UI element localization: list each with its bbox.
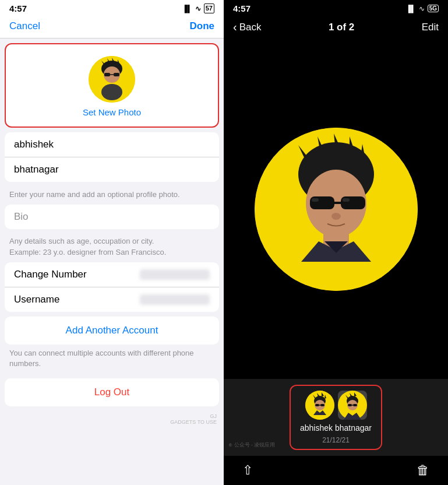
profile-photo-section: Set New Photo [5,43,219,128]
change-number-row[interactable]: Change Number [5,262,219,287]
photo-title: 1 of 2 [329,22,354,33]
status-icons-right: ▐▌ ∿ 5G [406,5,439,13]
svg-rect-24 [343,198,350,202]
username-label: Username [14,294,59,305]
status-bar-right: 4:57 ▐▌ ∿ 5G [224,0,448,16]
time-left: 4:57 [9,3,27,13]
set-new-photo-button[interactable]: Set New Photo [83,107,141,117]
svg-point-10 [101,84,122,100]
logout-button[interactable]: Log Out [94,386,130,398]
thumbnail-photo [338,391,367,420]
signal-icon-right: ▐▌ [406,5,416,13]
wifi-icon: ∿ [195,5,201,13]
time-right: 4:57 [233,3,251,13]
thumbnail-date: 21/12/21 [322,436,350,444]
nav-bar-left: Cancel Done [0,16,224,38]
thumbnail-images [305,391,367,420]
logout-section: Log Out [5,378,219,406]
thumbnail-frame: abhishek bhatnagar 21/12/21 [290,385,382,450]
add-account-helper: You can connect multiple accounts with d… [0,347,224,374]
signal-icon: ▐▌ [182,5,192,13]
first-name-field[interactable]: abhishek [5,132,219,157]
phone-number-value [140,269,210,280]
bio-field[interactable]: Bio [14,211,210,223]
wifi-icon-right: ∿ [419,5,425,13]
5g-badge: 5G [428,5,439,12]
svg-rect-43 [348,404,352,406]
svg-rect-34 [320,404,324,406]
info-section: Change Number Username [5,262,219,312]
avatar[interactable] [89,56,135,103]
svg-rect-33 [315,404,319,406]
name-form-section: abhishek bhatnagar [5,132,219,182]
photo-nav-bar: ‹ Back 1 of 2 Edit [224,16,448,40]
change-number-label: Change Number [14,269,87,280]
chevron-left-icon: ‹ [233,20,237,34]
svg-rect-8 [114,73,119,76]
bottom-toolbar: ⇧ 🗑 [224,456,448,485]
add-account-button[interactable]: Add Another Account [66,325,158,336]
add-account-section: Add Another Account [5,317,219,345]
svg-point-25 [331,213,341,220]
done-button[interactable]: Done [190,20,215,32]
watermark-left: GJGADGETS TO USE [0,411,224,427]
back-label: Back [239,22,262,33]
bio-section: Bio [5,205,219,229]
username-row[interactable]: Username [5,287,219,312]
last-name-field[interactable]: bhatnagar [5,157,219,182]
battery-icon: 57 [204,3,214,13]
share-icon[interactable]: ⇧ [242,463,253,478]
left-panel: 4:57 ▐▌ ∿ 57 Cancel Done [0,0,224,485]
name-helper-text: Enter your name and add an optional prof… [0,187,224,205]
edit-button[interactable]: Edit [422,22,439,33]
status-bar-left: 4:57 ▐▌ ∿ 57 [0,0,224,16]
right-panel: 4:57 ▐▌ ∿ 5G ‹ Back 1 of 2 Edit [224,0,448,485]
cancel-button[interactable]: Cancel [9,20,40,32]
thumbnail-name: abhishek bhatnagar [300,423,372,433]
wechat-watermark: ⊕ 公众号 - 凌锐应用 [228,441,276,449]
profile-photo-large [255,128,418,291]
main-photo-area [224,40,448,379]
thumbnail-circle [305,391,334,420]
svg-rect-23 [312,198,319,202]
svg-rect-44 [353,404,357,406]
trash-icon[interactable]: 🗑 [417,463,429,478]
svg-rect-7 [104,73,110,76]
back-button[interactable]: ‹ Back [233,20,261,34]
username-value [140,294,210,305]
bio-helper-text: Any details such as age, occupation or c… [0,234,224,262]
status-icons-left: ▐▌ ∿ 57 [182,3,214,13]
